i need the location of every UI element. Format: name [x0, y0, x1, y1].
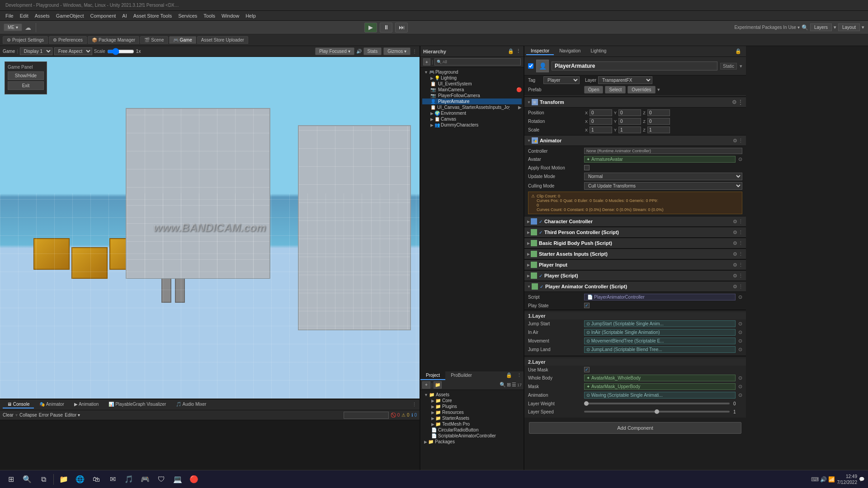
taskbar-mail[interactable]: ✉: [105, 472, 120, 487]
hierarchy-item-maincamera[interactable]: 📷 MainCamera 🔴: [422, 87, 522, 93]
comp-more-icon[interactable]: ⋮: [738, 251, 743, 257]
tab-lighting[interactable]: Lighting: [586, 47, 611, 55]
notification-icon[interactable]: 💬: [859, 477, 864, 482]
taskbar-unity[interactable]: 💻: [170, 472, 185, 487]
taskbar-defender[interactable]: 🛡: [154, 472, 169, 487]
animation-target[interactable]: ⊙: [738, 392, 742, 398]
in-air-ref[interactable]: ⊙ InAir (Scriptable Single Animation): [584, 329, 736, 336]
mask-target[interactable]: ⊙: [738, 384, 742, 389]
comp-settings-icon[interactable]: ⚙: [733, 138, 737, 144]
comp-settings-icon[interactable]: ⚙: [733, 273, 737, 279]
tab-navigation[interactable]: Navigation: [555, 47, 585, 55]
rotation-x[interactable]: [590, 118, 612, 125]
tab-game[interactable]: 🎮 Game: [169, 36, 196, 44]
asset-scriptable-animator[interactable]: 📄 ScriptableAnimatorController: [422, 433, 522, 439]
tab-console[interactable]: 🖥 Console: [3, 401, 34, 408]
position-z[interactable]: [647, 109, 670, 116]
asset-core[interactable]: ▶ 📁 Core: [422, 398, 522, 404]
starter-assets-header[interactable]: ▶ Starter Assets Inputs (Script) ⚙ ⋮: [524, 249, 746, 259]
tab-project[interactable]: Project: [420, 371, 445, 380]
menu-gameobject[interactable]: GameObject: [53, 12, 87, 19]
comp-more-icon[interactable]: ⋮: [738, 219, 743, 225]
script-ref[interactable]: 📄 PlayerAnimatorController: [584, 294, 736, 300]
play-focused-button[interactable]: Play Focused ▾: [315, 47, 354, 55]
layout-dropdown-icon[interactable]: ▾: [862, 24, 864, 30]
hierarchy-item-lighting[interactable]: ▶ 💡 Lighting: [422, 75, 522, 81]
jump-start-target[interactable]: ⊙: [738, 321, 742, 327]
show-hide-button[interactable]: Show/Hide: [8, 71, 44, 80]
object-name-input[interactable]: [552, 61, 717, 70]
taskbar-edge[interactable]: 🌐: [73, 472, 87, 487]
display-select[interactable]: Display 1: [20, 47, 52, 55]
player-script-enabled[interactable]: ✓: [539, 273, 542, 278]
tab-package-manager[interactable]: 📦 Package Manager: [88, 36, 139, 44]
jump-land-target[interactable]: ⊙: [738, 347, 742, 352]
layer-dropdown-icon[interactable]: ▾: [834, 24, 836, 30]
asset-plugins[interactable]: ▶ 📁 Plugins: [422, 404, 522, 409]
tab-scene[interactable]: 🎬 Scene: [140, 36, 168, 44]
position-y[interactable]: [618, 109, 641, 116]
comp-settings-icon[interactable]: ⚙: [733, 240, 737, 246]
tab-asset-store[interactable]: Asset Store Uploader: [197, 36, 248, 44]
scale-slider[interactable]: [107, 48, 134, 55]
jump-start-ref[interactable]: ⊙ JumpStart (Scriptable Single Anim...: [584, 320, 736, 327]
player-animator-header[interactable]: ▼ ✓ Player Animator Controller (Script) …: [524, 281, 746, 292]
menu-tools[interactable]: Tools: [201, 12, 218, 19]
inspector-lock[interactable]: 🔒: [732, 48, 744, 54]
asset-starter-assets[interactable]: ▶ 📁 StarterAssets: [422, 415, 522, 421]
gizmos-button[interactable]: Gizmos ▾: [383, 47, 410, 55]
comp-settings-icon[interactable]: ⚙: [733, 219, 737, 225]
step-button[interactable]: ⏭: [395, 23, 408, 33]
whole-body-ref[interactable]: ✦ AvatarMask_WholeBody: [584, 375, 736, 381]
layer-select[interactable]: TransparentFX: [598, 76, 652, 84]
asset-assets-folder[interactable]: ▼ 📁 Assets: [422, 392, 522, 398]
third-person-enabled[interactable]: ✓: [539, 230, 542, 235]
comp-settings-icon[interactable]: ⚙: [733, 284, 737, 290]
overrides-dropdown[interactable]: ▾: [657, 87, 660, 93]
hierarchy-more[interactable]: ⋮: [516, 48, 521, 54]
whole-body-target[interactable]: ⊙: [738, 375, 742, 381]
hierarchy-add-button[interactable]: +: [423, 58, 430, 66]
asset-textmesh-pro[interactable]: ▶ 📁 TextMesh Pro: [422, 421, 522, 427]
project-more[interactable]: ⋮: [515, 371, 524, 380]
stats-button[interactable]: Stats: [363, 47, 382, 55]
overrides-button[interactable]: Overrides: [627, 86, 655, 94]
comp-more-icon[interactable]: ⋮: [738, 284, 743, 290]
hierarchy-item-playerfollow[interactable]: 📷 PlayerFollowCamera: [422, 93, 522, 99]
taskbar-file-explorer[interactable]: 📁: [57, 472, 71, 487]
tab-preferences[interactable]: ⚙ Preferences: [49, 36, 87, 44]
menu-edit[interactable]: Edit: [17, 12, 31, 19]
rotation-y[interactable]: [618, 118, 641, 125]
use-mask-checkbox[interactable]: ✓: [584, 367, 590, 372]
rigid-body-header[interactable]: ▶ Basic Rigid Body Push (Script) ⚙ ⋮: [524, 238, 746, 249]
project-lock[interactable]: 🔒: [503, 371, 515, 380]
movement-ref[interactable]: ⊙ MovementBlendTree (Scriptable E...: [584, 338, 736, 344]
taskbar-search[interactable]: 🔍: [20, 472, 34, 487]
taskbar-store[interactable]: 🛍: [89, 472, 104, 487]
menu-services[interactable]: Services: [175, 12, 200, 19]
comp-more-icon[interactable]: ⋮: [738, 230, 743, 235]
apply-root-motion-checkbox[interactable]: [584, 165, 590, 170]
hierarchy-item-environment[interactable]: ▶ 🌍 Environment: [422, 110, 522, 116]
comp-more-icon[interactable]: ⋮: [738, 99, 743, 105]
comp-more-icon[interactable]: ⋮: [738, 138, 743, 144]
console-search[interactable]: [344, 412, 389, 419]
collapse-button[interactable]: Collapse: [19, 413, 37, 418]
menu-component[interactable]: Component: [87, 12, 118, 19]
play-state-checkbox[interactable]: ✓: [584, 303, 590, 308]
hierarchy-lock[interactable]: 🔒: [508, 48, 514, 54]
hierarchy-item-canvas[interactable]: ▶ 📋 Canvas: [422, 116, 522, 122]
animator-header[interactable]: ▼ 🎭 Animator ⚙ ⋮: [524, 135, 746, 146]
menu-file[interactable]: File: [3, 12, 16, 19]
position-x[interactable]: [590, 109, 612, 116]
in-air-target[interactable]: ⊙: [738, 329, 742, 335]
hierarchy-item-ui-eventsystem[interactable]: 📋 UI_EventSystem: [422, 81, 522, 87]
player-script-header[interactable]: ▶ ✓ Player (Script) ⚙ ⋮: [524, 270, 746, 281]
character-controller-header[interactable]: ▶ ✓ Character Controller ⚙ ⋮: [524, 216, 746, 227]
editor-dropdown[interactable]: Editor ▾: [65, 413, 80, 418]
console-more[interactable]: ⋮: [412, 402, 417, 408]
update-mode-select[interactable]: Normal: [584, 173, 742, 180]
object-enabled-checkbox[interactable]: [528, 63, 533, 69]
clear-button[interactable]: Clear: [3, 413, 14, 418]
animation-ref[interactable]: ⊙ Waving (Scriptable Single Animati...: [584, 392, 736, 399]
